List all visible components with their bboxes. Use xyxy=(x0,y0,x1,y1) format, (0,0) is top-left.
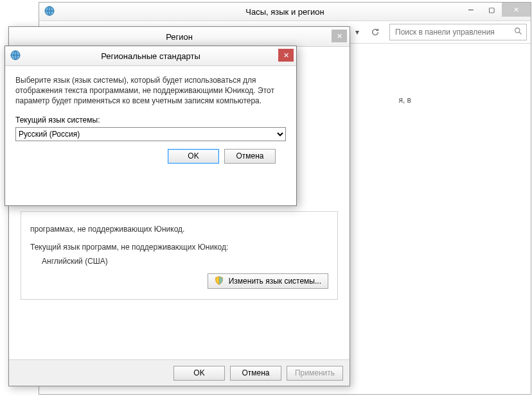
window-buttons: ─ ▢ ✕ xyxy=(461,3,531,17)
apply-button[interactable]: Применить xyxy=(287,366,343,381)
non-unicode-groupbox: программах, не поддерживающих Юникод. Те… xyxy=(21,211,338,300)
cp-titlebar: Часы, язык и регион ─ ▢ ✕ xyxy=(39,3,531,21)
maximize-button[interactable]: ▢ xyxy=(481,3,502,17)
region-title-text: Регион xyxy=(166,32,193,42)
close-button[interactable]: ✕ xyxy=(502,3,531,17)
minimize-button[interactable]: ─ xyxy=(461,3,481,17)
cancel-button[interactable]: Отмена xyxy=(224,149,276,164)
standards-description: Выберите язык (язык системы), который бу… xyxy=(15,75,286,107)
change-btn-label: Изменить язык системы... xyxy=(229,277,321,286)
standards-title-text: Региональные стандарты xyxy=(101,51,200,61)
search-box[interactable] xyxy=(389,24,527,40)
cp-title-text: Часы, язык и регион xyxy=(245,7,324,17)
ok-button[interactable]: OK xyxy=(173,366,225,381)
search-icon[interactable] xyxy=(514,27,522,37)
group-line1: программах, не поддерживающих Юникод. xyxy=(30,225,328,234)
dropdown-icon[interactable]: ▾ xyxy=(350,24,365,40)
current-lang: Английский (США) xyxy=(42,257,328,266)
svg-point-1 xyxy=(515,28,520,33)
region-titlebar: Регион ✕ xyxy=(9,27,350,47)
close-icon[interactable]: ✕ xyxy=(278,49,294,62)
search-input[interactable] xyxy=(394,25,514,39)
cancel-button[interactable]: Отмена xyxy=(230,366,281,381)
change-system-language-button[interactable]: Изменить язык системы... xyxy=(208,273,328,289)
partial-text: я, в xyxy=(398,96,411,105)
shield-icon xyxy=(215,276,226,287)
globe-icon xyxy=(44,6,55,18)
regional-standards-dialog: Региональные стандарты ✕ Выберите язык (… xyxy=(4,46,297,206)
close-icon[interactable]: ✕ xyxy=(332,30,347,42)
refresh-icon[interactable] xyxy=(368,24,383,40)
system-locale-select[interactable]: Русский (Россия) xyxy=(15,127,286,141)
group-line2: Текущий язык программ, не поддерживающих… xyxy=(30,243,328,252)
svg-line-2 xyxy=(519,32,521,34)
standards-buttons: OK Отмена xyxy=(15,141,286,164)
standards-body: Выберите язык (язык системы), который бу… xyxy=(5,66,296,170)
ok-button[interactable]: OK xyxy=(168,149,219,164)
globe-icon xyxy=(10,50,21,62)
current-locale-label: Текущий язык системы: xyxy=(15,116,286,125)
standards-titlebar: Региональные стандарты ✕ xyxy=(5,46,296,66)
region-footer: OK Отмена Применить xyxy=(9,359,350,386)
